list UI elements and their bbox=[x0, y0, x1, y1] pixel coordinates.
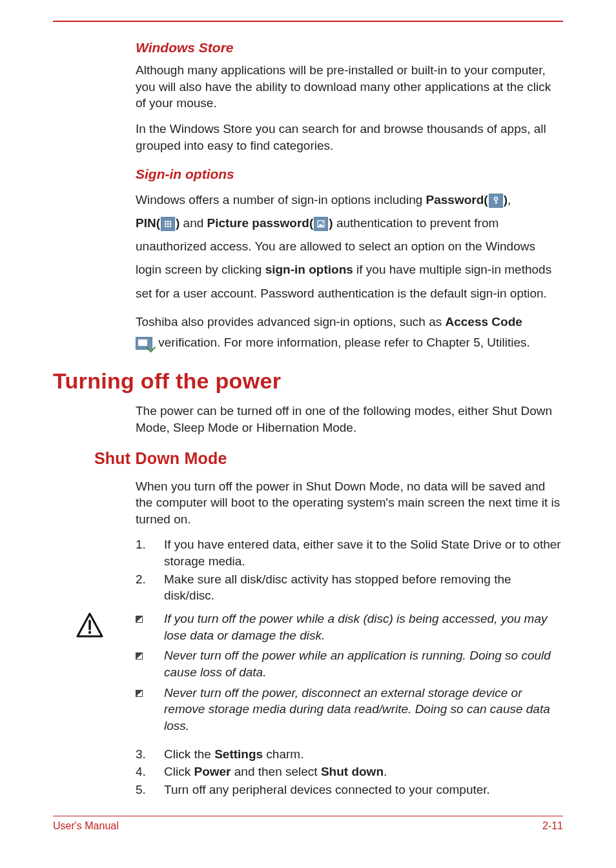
svg-point-14 bbox=[322, 222, 323, 223]
warning-text: Never turn off the power while an applic… bbox=[164, 647, 563, 680]
warning-icon bbox=[76, 612, 103, 639]
warning-list: If you turn off the power while a disk (… bbox=[136, 611, 563, 738]
signin-text-1: Windows offers a number of sign-in optio… bbox=[136, 193, 426, 207]
svg-rect-8 bbox=[170, 223, 172, 225]
windows-store-heading: Windows Store bbox=[136, 40, 563, 56]
shutdown-heading: Shut Down Mode bbox=[94, 449, 563, 468]
footer: User's Manual 2-11 bbox=[53, 816, 563, 832]
step-num: 4. bbox=[136, 763, 164, 780]
key-icon bbox=[489, 194, 503, 208]
turning-off-p1: The power can be turned off in one of th… bbox=[136, 403, 563, 436]
warning-3: Never turn off the power, disconnect an … bbox=[136, 685, 563, 734]
step-num: 1. bbox=[136, 536, 164, 569]
signin-heading: Sign-in options bbox=[136, 167, 563, 182]
svg-rect-11 bbox=[170, 226, 172, 228]
shutdown-steps-1: 1.If you have entered data, either save … bbox=[136, 536, 563, 604]
toshiba-text-a: Toshiba also provides advanced sign-in o… bbox=[136, 315, 446, 328]
step-4: 4.Click Power and then select Shut down. bbox=[136, 763, 563, 780]
t-bold: Shut down bbox=[321, 765, 384, 778]
comma-1: , bbox=[508, 193, 511, 207]
svg-rect-6 bbox=[165, 223, 167, 225]
svg-marker-13 bbox=[318, 223, 323, 227]
warning-icon-wrap bbox=[53, 611, 136, 738]
step-num: 2. bbox=[136, 571, 164, 604]
turning-off-heading: Turning off the power bbox=[53, 368, 563, 394]
t: charm. bbox=[263, 747, 303, 761]
t: Click the bbox=[164, 747, 214, 761]
shutdown-steps-2: 3.Click the Settings charm. 4.Click Powe… bbox=[136, 746, 563, 798]
t-bold: Power bbox=[194, 765, 231, 778]
t: Click bbox=[164, 765, 194, 778]
svg-rect-5 bbox=[170, 221, 172, 223]
windows-store-p2: In the Windows Store you can search for … bbox=[136, 121, 563, 154]
footer-left: User's Manual bbox=[53, 820, 119, 832]
step-3: 3.Click the Settings charm. bbox=[136, 746, 563, 763]
warning-2: Never turn off the power while an applic… bbox=[136, 647, 563, 680]
svg-rect-4 bbox=[167, 221, 169, 223]
footer-right: 2-11 bbox=[542, 820, 563, 832]
svg-rect-9 bbox=[165, 226, 167, 228]
step-text: Turn off any peripheral devices connecte… bbox=[164, 782, 490, 798]
toshiba-text-b: verification. For more information, plea… bbox=[155, 336, 530, 349]
pin-label: PIN( bbox=[136, 216, 160, 230]
warning-1: If you turn off the power while a disk (… bbox=[136, 611, 563, 643]
step-text: Click the Settings charm. bbox=[164, 746, 303, 763]
warning-text: If you turn off the power while a disk (… bbox=[164, 611, 563, 643]
step-num: 5. bbox=[136, 782, 164, 798]
step-5: 5.Turn off any peripheral devices connec… bbox=[136, 782, 563, 798]
bullet-icon bbox=[136, 685, 164, 734]
step-text: Click Power and then select Shut down. bbox=[164, 763, 387, 780]
grid-icon bbox=[161, 217, 175, 231]
password-label: Password( bbox=[426, 193, 488, 207]
header-rule bbox=[53, 21, 563, 22]
warning-section: If you turn off the power while a disk (… bbox=[53, 611, 563, 738]
svg-rect-3 bbox=[165, 221, 167, 223]
toshiba-paragraph: Toshiba also provides advanced sign-in o… bbox=[136, 312, 563, 354]
shutdown-p1: When you turn off the power in Shut Down… bbox=[136, 478, 563, 528]
and-text: and bbox=[180, 216, 207, 230]
bullet-icon bbox=[136, 611, 164, 643]
t-bold: Settings bbox=[214, 747, 263, 761]
card-check-icon bbox=[136, 337, 152, 350]
step-2: 2.Make sure all disk/disc activity has s… bbox=[136, 571, 563, 604]
signin-options-bold: sign-in options bbox=[265, 263, 353, 276]
picture-label: Picture password( bbox=[207, 216, 314, 230]
step-text: If you have entered data, either save it… bbox=[164, 536, 563, 569]
access-code-bold: Access Code bbox=[446, 315, 522, 328]
windows-store-p1: Although many applications will be pre-i… bbox=[136, 62, 563, 112]
svg-rect-7 bbox=[167, 223, 169, 225]
bullet-icon bbox=[136, 647, 164, 680]
step-text: Make sure all disk/disc activity has sto… bbox=[164, 571, 563, 604]
t: . bbox=[384, 765, 387, 778]
picture-icon bbox=[314, 217, 328, 231]
warning-text: Never turn off the power, disconnect an … bbox=[164, 685, 563, 734]
svg-point-17 bbox=[88, 631, 91, 634]
step-1: 1.If you have entered data, either save … bbox=[136, 536, 563, 569]
t: and then select bbox=[231, 765, 320, 778]
signin-paragraph: Windows offers a number of sign-in optio… bbox=[136, 188, 563, 305]
svg-point-0 bbox=[494, 197, 497, 201]
step-num: 3. bbox=[136, 746, 164, 763]
svg-rect-10 bbox=[167, 226, 169, 228]
